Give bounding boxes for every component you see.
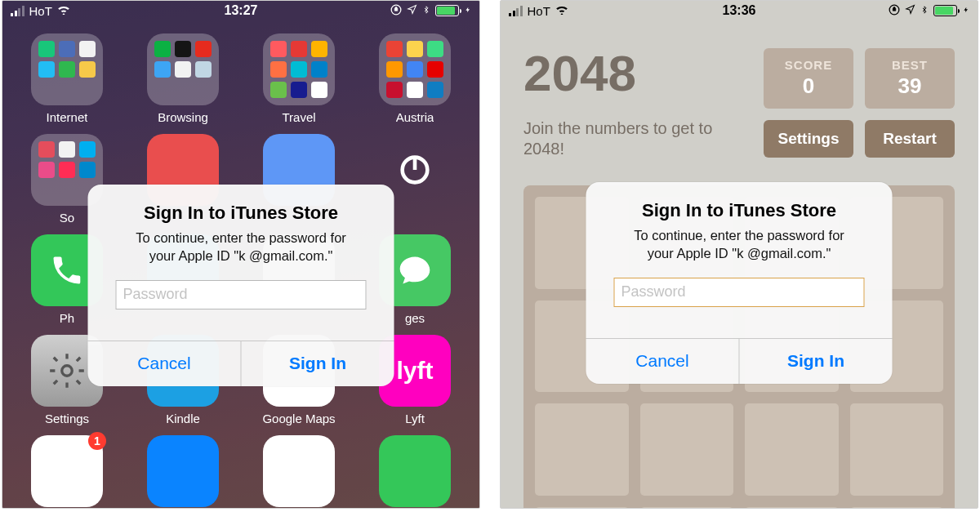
orientation-lock-icon <box>889 4 900 18</box>
folder-travel[interactable] <box>263 33 335 105</box>
charging-icon <box>963 4 969 18</box>
folder-label: So <box>60 211 74 225</box>
cancel-button[interactable]: Cancel <box>586 339 739 384</box>
wifi-icon <box>57 4 70 17</box>
phone-home-screen: HoT 13:27 Internet <box>2 0 480 509</box>
app-label: Settings <box>45 412 89 425</box>
folder-internet[interactable] <box>31 33 103 105</box>
phone-2048-app: HoT 13:36 2048 SCORE 0 <box>500 0 978 509</box>
alert-message: To continue, enter the password for your… <box>105 229 378 265</box>
location-icon <box>407 4 417 17</box>
status-bar: HoT 13:27 <box>2 1 479 20</box>
game-blurb: Join the numbers to get to 2048! <box>523 118 752 159</box>
clock: 13:36 <box>723 3 756 18</box>
bluetooth-icon <box>920 4 929 18</box>
battery-icon <box>933 5 957 16</box>
location-icon <box>905 4 915 17</box>
signal-icon <box>11 6 24 16</box>
app-label: Kindle <box>166 412 200 425</box>
bluetooth-icon <box>422 4 430 18</box>
restart-button[interactable]: Restart <box>865 120 955 158</box>
charging-icon <box>465 4 471 18</box>
signin-alert: Sign In to iTunes Store To continue, ent… <box>586 182 893 384</box>
app-icon[interactable] <box>147 435 219 507</box>
status-bar: HoT 13:36 <box>501 1 978 20</box>
best-box: BEST 39 <box>865 48 955 109</box>
app-icon[interactable] <box>379 435 451 507</box>
password-input[interactable] <box>614 278 865 307</box>
folder-austria[interactable] <box>379 33 451 105</box>
orientation-lock-icon <box>390 4 402 18</box>
app-label: Ph <box>60 311 74 325</box>
signin-button[interactable]: Sign In <box>241 341 394 386</box>
score-label: SCORE <box>785 58 832 72</box>
battery-icon <box>435 5 459 16</box>
wifi-icon <box>555 4 568 17</box>
score-value: 0 <box>803 73 814 99</box>
badge: 1 <box>88 432 106 450</box>
best-value: 39 <box>898 73 922 99</box>
app-label: Google Maps <box>262 412 335 425</box>
signin-alert: Sign In to iTunes Store To continue, ent… <box>88 185 394 386</box>
alert-title: Sign In to iTunes Store <box>603 200 876 221</box>
folder-label: Austria <box>396 110 434 124</box>
folder-label: Travel <box>282 110 315 124</box>
password-input[interactable] <box>116 280 367 309</box>
score-box: SCORE 0 <box>764 48 853 109</box>
alert-title: Sign In to iTunes Store <box>105 203 378 224</box>
alert-message: To continue, enter the password for your… <box>603 226 876 263</box>
app-label: Lyft <box>405 412 425 425</box>
cancel-button[interactable]: Cancel <box>88 341 241 386</box>
settings-button[interactable]: Settings <box>764 120 853 158</box>
game-title: 2048 <box>523 48 752 99</box>
carrier-label: HoT <box>528 4 550 18</box>
folder-browsing[interactable] <box>147 33 219 105</box>
folder-label: Internet <box>47 110 88 124</box>
app-label: ges <box>405 311 425 325</box>
folder-label: Browsing <box>158 110 208 124</box>
app-icon[interactable] <box>263 435 335 507</box>
signin-button[interactable]: Sign In <box>739 339 893 384</box>
signal-icon <box>509 6 523 16</box>
best-label: BEST <box>892 58 928 72</box>
clock: 13:27 <box>225 3 258 18</box>
carrier-label: HoT <box>29 4 52 18</box>
svg-point-2 <box>62 366 73 376</box>
